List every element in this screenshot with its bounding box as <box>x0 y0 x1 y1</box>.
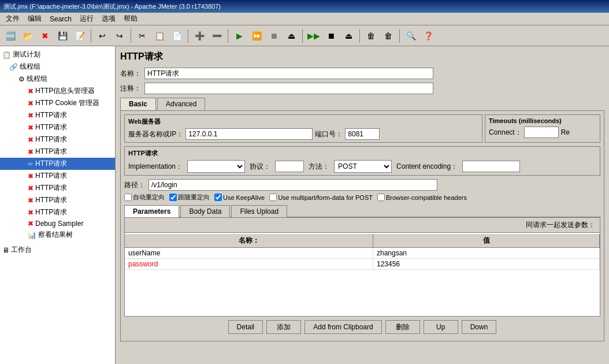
help-button[interactable]: ❓ <box>420 28 436 44</box>
tab-basic[interactable]: Basic <box>120 98 156 110</box>
row1-name: userName <box>125 248 373 258</box>
clear-button[interactable]: 🗑 <box>363 28 379 44</box>
menu-run[interactable]: 运行 <box>76 13 97 25</box>
connect-input[interactable] <box>524 127 559 138</box>
menu-file[interactable]: 文件 <box>2 13 23 25</box>
save-as-button[interactable]: 📝 <box>72 28 88 44</box>
tree-item-debug-sampler[interactable]: ✖ Debug Sampler <box>0 218 115 229</box>
menu-help[interactable]: 帮助 <box>120 13 141 25</box>
stop-button[interactable]: ⏹ <box>266 28 282 44</box>
delete-button[interactable]: 删除 <box>385 320 420 334</box>
tree-item-thread-group[interactable]: ⚙ 线程组 <box>0 73 115 85</box>
remote-start-button[interactable]: ▶▶ <box>306 28 322 44</box>
menu-search[interactable]: Search <box>46 14 75 24</box>
menu-edit[interactable]: 编辑 <box>24 13 45 25</box>
http-cookie-icon: ✖ <box>28 99 34 107</box>
protocol-input[interactable] <box>275 161 304 172</box>
tree-item-http-req-9[interactable]: ✖ HTTP请求 <box>0 206 115 218</box>
path-input[interactable] <box>148 179 437 191</box>
method-label: 方法： <box>309 162 329 172</box>
menu-options[interactable]: 选项 <box>98 13 119 25</box>
paste-button[interactable]: 📄 <box>169 28 185 44</box>
http-req-3-icon: ✖ <box>28 136 34 144</box>
tree-item-http-req-5[interactable]: ✏ HTTP请求 <box>0 158 115 170</box>
port-input[interactable] <box>345 128 380 140</box>
expand-button[interactable]: ➕ <box>191 28 207 44</box>
impl-select[interactable]: HttpClient4 Java <box>187 160 245 173</box>
redo-button[interactable]: ↪ <box>112 28 128 44</box>
start-no-pause-button[interactable]: ⏩ <box>248 28 265 44</box>
tree-item-test-plan[interactable]: 📋 测试计划 <box>0 49 115 61</box>
detail-button[interactable]: Detail <box>228 320 263 334</box>
auto-redirect-input[interactable] <box>124 194 132 201</box>
row1-value: zhangsan <box>373 248 600 258</box>
follow-redirect-checkbox[interactable]: 跟随重定向 <box>169 193 210 202</box>
name-input[interactable] <box>144 68 433 79</box>
sub-tab-parameters[interactable]: Parameters <box>124 205 179 217</box>
sep2 <box>131 29 131 43</box>
tree-item-http-header-mgr[interactable]: ✖ HTTP信息头管理器 <box>0 85 115 97</box>
left-panel: 📋 测试计划 🔗 线程组 ⚙ 线程组 ✖ HTTP信息头管理器 ✖ HTTP C… <box>0 46 116 364</box>
shutdown-button[interactable]: ⏏ <box>283 28 299 44</box>
tree-item-http-req-8[interactable]: ✖ HTTP请求 <box>0 194 115 206</box>
copy-button[interactable]: 📋 <box>151 28 168 44</box>
port-label: 端口号： <box>315 129 343 139</box>
view-results-icon: 📊 <box>28 231 36 239</box>
keep-alive-input[interactable] <box>214 194 222 201</box>
add-clipboard-button[interactable]: Add from Clipboard <box>304 320 381 334</box>
tree-item-http-req-3[interactable]: ✖ HTTP请求 <box>0 133 115 146</box>
method-select[interactable]: POST GET PUT DELETE <box>334 160 392 173</box>
params-content: 同请求一起发送参数： 名称： 值 userName zhangsan passw… <box>124 217 600 317</box>
save-button[interactable]: 💾 <box>54 28 70 44</box>
tree-item-view-results-tree[interactable]: 📊 察看结果树 <box>0 229 115 241</box>
sub-tab-files-upload[interactable]: Files Upload <box>231 205 287 217</box>
close-button[interactable]: ✖ <box>37 28 53 44</box>
http-fields: Implementation： HttpClient4 Java 协议： 方法：… <box>128 160 596 173</box>
tree-item-http-req-1[interactable]: ✖ HTTP请求 <box>0 109 115 121</box>
table-row[interactable]: userName zhangsan <box>125 248 600 259</box>
up-button[interactable]: Up <box>424 320 458 334</box>
browser-compat-checkbox[interactable]: Browser-compatible headers <box>377 194 467 201</box>
workbench-item[interactable]: 🖥 工作台 <box>0 243 115 257</box>
table-row[interactable]: password 123456 <box>125 259 600 270</box>
sub-tab-body-data[interactable]: Body Data <box>180 205 230 217</box>
tree-item-thread-group-parent[interactable]: 🔗 线程组 <box>0 61 115 73</box>
sep5 <box>302 29 303 43</box>
sep4 <box>228 29 228 43</box>
http-req-9-icon: ✖ <box>28 209 34 217</box>
encoding-input[interactable] <box>462 161 520 172</box>
tab-advanced[interactable]: Advanced <box>157 98 205 110</box>
name-label: 名称： <box>120 69 141 79</box>
add-button[interactable]: 添加 <box>266 320 301 334</box>
tree-item-http-cookie-mgr[interactable]: ✖ HTTP Cookie 管理器 <box>0 97 115 109</box>
clear-all-button[interactable]: 🗑 <box>380 28 396 44</box>
auto-redirect-checkbox[interactable]: 自动重定向 <box>124 193 165 202</box>
undo-button[interactable]: ↩ <box>94 28 110 44</box>
comment-row: 注释： <box>120 83 604 94</box>
header-name: 名称： <box>125 234 373 247</box>
keep-alive-checkbox[interactable]: Use KeepAlive <box>214 194 265 201</box>
open-button[interactable]: 📂 <box>20 28 36 44</box>
tree-item-http-req-2[interactable]: ✖ HTTP请求 <box>0 121 115 133</box>
follow-redirect-input[interactable] <box>169 194 177 201</box>
tree-item-http-req-6[interactable]: ✖ HTTP请求 <box>0 170 115 182</box>
remote-shutdown-button[interactable]: ⏏ <box>340 28 357 44</box>
search-button[interactable]: 🔍 <box>403 28 419 44</box>
remote-stop-button[interactable]: ⏹ <box>323 28 339 44</box>
browser-compat-input[interactable] <box>377 194 385 201</box>
multipart-input[interactable] <box>269 194 277 201</box>
collapse-button[interactable]: ➖ <box>209 28 225 44</box>
cut-button[interactable]: ✂ <box>134 28 150 44</box>
http-req-7-icon: ✖ <box>28 184 34 192</box>
start-button[interactable]: ▶ <box>231 28 247 44</box>
new-button[interactable]: 🆕 <box>2 28 18 44</box>
tree-item-http-req-7[interactable]: ✖ HTTP请求 <box>0 182 115 194</box>
comment-input[interactable] <box>144 83 433 94</box>
down-button[interactable]: Down <box>462 320 497 334</box>
title-text: 测试.jmx (F:\apache-jmeter-3.0\bin\测试.jmx)… <box>3 2 221 11</box>
tree-item-http-req-4[interactable]: ✖ HTTP请求 <box>0 146 115 158</box>
path-row: 路径： <box>124 179 600 191</box>
server-input[interactable] <box>185 128 313 140</box>
multipart-checkbox[interactable]: Use multipart/form-data for POST <box>269 194 373 201</box>
main-layout: 📋 测试计划 🔗 线程组 ⚙ 线程组 ✖ HTTP信息头管理器 ✖ HTTP C… <box>0 46 609 364</box>
